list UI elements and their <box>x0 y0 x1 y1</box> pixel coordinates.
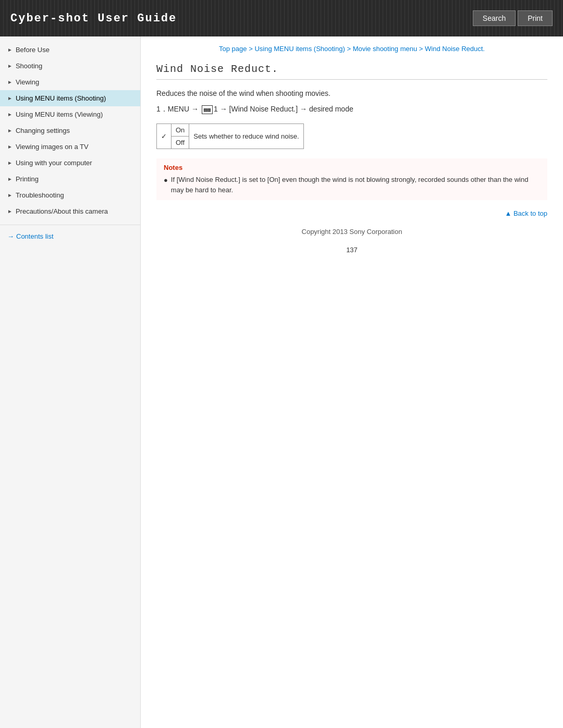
sidebar-item-precautions[interactable]: ► Precautions/About this camera <box>0 203 140 219</box>
chevron-right-icon: ► <box>7 128 13 133</box>
checkmark-cell: ✓ <box>157 124 172 149</box>
chevron-right-icon: ► <box>7 160 13 166</box>
breadcrumb-movie-menu[interactable]: Movie shooting menu <box>353 45 418 53</box>
sidebar-item-printing[interactable]: ► Printing <box>0 171 140 187</box>
page-number: 137 <box>156 241 547 264</box>
chevron-right-icon: ► <box>7 112 13 117</box>
chevron-right-icon: ► <box>7 95 13 101</box>
breadcrumb-using-menu[interactable]: Using MENU items (Shooting) <box>254 45 345 53</box>
sidebar-item-label: Viewing images on a TV <box>16 143 89 151</box>
main-layout: ► Before Use ► Shooting ► Viewing ► Usin… <box>0 36 563 728</box>
sidebar-item-changing-settings[interactable]: ► Changing settings <box>0 122 140 139</box>
sidebar-item-label: Before Use <box>16 46 50 54</box>
menu-icon: ▩▩ <box>202 105 213 114</box>
footer: Copyright 2013 Sony Corporation <box>156 217 547 241</box>
contents-list-link[interactable]: → Contents list <box>7 232 133 240</box>
options-table: ✓ On Sets whether to reduce wind noise. … <box>156 124 304 149</box>
contents-list-label: Contents list <box>16 232 54 240</box>
sidebar-item-using-with-computer[interactable]: ► Using with your computer <box>0 155 140 171</box>
on-label: On <box>176 126 185 134</box>
chevron-right-icon: ► <box>7 79 13 85</box>
sidebar-item-label: Precautions/About this camera <box>16 207 108 215</box>
app-title: Cyber-shot User Guide <box>10 12 177 25</box>
instruction-step: 1．MENU → ▩▩1 → [Wind Noise Reduct.] → de… <box>156 105 547 114</box>
sidebar-item-label: Troubleshooting <box>16 191 64 199</box>
sidebar-item-label: Shooting <box>16 62 42 70</box>
bullet-icon: ● <box>164 175 168 186</box>
sidebar-item-troubleshooting[interactable]: ► Troubleshooting <box>0 187 140 203</box>
sidebar: ► Before Use ► Shooting ► Viewing ► Usin… <box>0 36 141 728</box>
sidebar-item-label: Viewing <box>16 78 39 86</box>
print-button[interactable]: Print <box>518 10 553 26</box>
chevron-right-icon: ► <box>7 63 13 69</box>
sidebar-item-label: Printing <box>16 175 39 183</box>
search-button[interactable]: Search <box>473 10 516 26</box>
arrow-right-icon: → <box>7 232 14 240</box>
table-row: ✓ On Sets whether to reduce wind noise. <box>157 124 304 137</box>
breadcrumb-sep-2: > <box>347 45 352 53</box>
notes-section: Notes ● If [Wind Noise Reduct.] is set t… <box>156 158 547 200</box>
chevron-right-icon: ► <box>7 208 13 214</box>
chevron-right-icon: ► <box>7 47 13 53</box>
notes-content: ● If [Wind Noise Reduct.] is set to [On]… <box>164 175 540 195</box>
content-area: Top page > Using MENU items (Shooting) >… <box>141 36 563 728</box>
sidebar-item-before-use[interactable]: ► Before Use <box>0 42 140 58</box>
sidebar-item-using-menu-shooting[interactable]: ► Using MENU items (Shooting) <box>0 90 140 106</box>
sidebar-item-label: Changing settings <box>16 127 70 134</box>
sidebar-item-using-menu-viewing[interactable]: ► Using MENU items (Viewing) <box>0 106 140 122</box>
chevron-right-icon: ► <box>7 176 13 182</box>
off-label: Off <box>176 139 185 146</box>
sidebar-footer: → Contents list <box>0 225 140 244</box>
back-to-top-link[interactable]: ▲ Back to top <box>505 209 547 217</box>
sidebar-item-shooting[interactable]: ► Shooting <box>0 58 140 74</box>
sidebar-item-label: Using MENU items (Shooting) <box>16 94 106 102</box>
header: Cyber-shot User Guide Search Print <box>0 0 563 36</box>
breadcrumb-sep-1: > <box>249 45 254 53</box>
breadcrumb-top[interactable]: Top page <box>219 45 247 53</box>
breadcrumb-sep-3: > <box>419 45 425 53</box>
option-description-cell: Sets whether to reduce wind noise. <box>189 124 303 149</box>
notes-title: Notes <box>164 164 540 171</box>
on-cell: On <box>172 124 189 137</box>
sidebar-item-viewing[interactable]: ► Viewing <box>0 74 140 90</box>
breadcrumb-wind-noise[interactable]: Wind Noise Reduct. <box>425 45 485 53</box>
sidebar-item-viewing-images-tv[interactable]: ► Viewing images on a TV <box>0 139 140 155</box>
chevron-right-icon: ► <box>7 144 13 150</box>
note-text: If [Wind Noise Reduct.] is set to [On] e… <box>171 175 540 195</box>
back-to-top-row: ▲ Back to top <box>156 209 547 217</box>
page-title: Wind Noise Reduct. <box>156 63 547 80</box>
sidebar-item-label: Using with your computer <box>16 159 92 167</box>
chevron-right-icon: ► <box>7 192 13 198</box>
header-buttons: Search Print <box>473 10 553 26</box>
note-item: ● If [Wind Noise Reduct.] is set to [On]… <box>164 175 540 195</box>
off-cell: Off <box>172 137 189 149</box>
copyright-text: Copyright 2013 Sony Corporation <box>302 228 402 236</box>
breadcrumb: Top page > Using MENU items (Shooting) >… <box>156 45 547 53</box>
page-description: Reduces the noise of the wind when shoot… <box>156 89 547 97</box>
sidebar-item-label: Using MENU items (Viewing) <box>16 110 103 118</box>
